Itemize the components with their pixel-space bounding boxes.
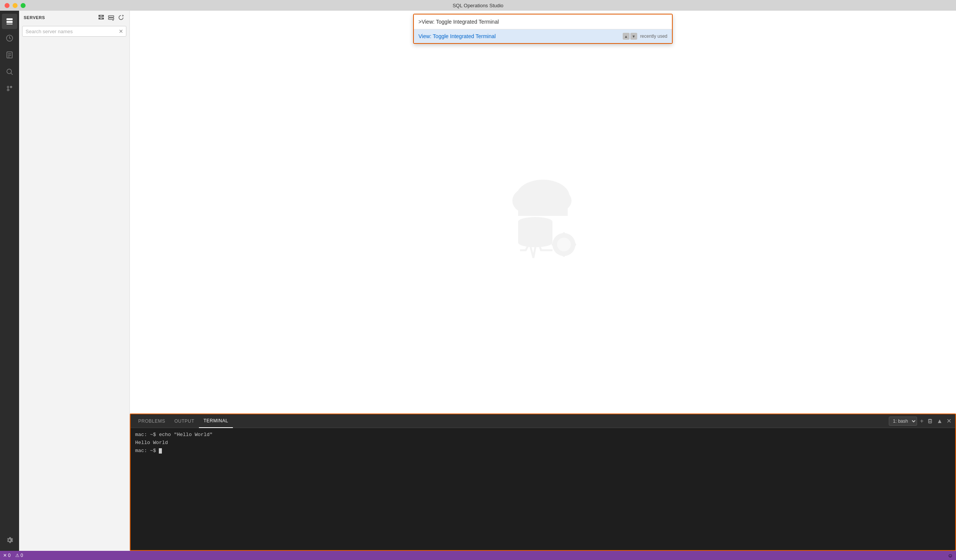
command-palette-input[interactable] <box>414 14 672 29</box>
sidebar-header: SERVERS <box>19 11 129 24</box>
terminal-line-2: Hello World <box>135 439 951 447</box>
close-panel-button[interactable]: ✕ <box>946 417 952 425</box>
warning-icon: ⚠ <box>15 553 19 558</box>
search-input[interactable] <box>22 26 126 37</box>
arrow-up-button[interactable]: ▲ <box>623 33 630 40</box>
titlebar-buttons <box>5 3 26 8</box>
activity-bar <box>0 11 19 551</box>
svg-rect-18 <box>108 16 114 17</box>
bottom-panel: PROBLEMS OUTPUT TERMINAL 1: bash + <box>130 414 956 551</box>
status-bar: ✕ 0 ⚠ 0 ☺ <box>0 551 956 560</box>
terminal-selector[interactable]: 1: bash <box>889 417 917 426</box>
svg-rect-39 <box>929 420 932 423</box>
terminal-cursor <box>159 448 162 454</box>
command-suggestion-text: View: Toggle Integrated Terminal <box>418 33 623 39</box>
svg-line-9 <box>11 73 13 75</box>
svg-rect-25 <box>518 201 568 216</box>
error-icon: ✕ <box>3 553 7 558</box>
app-body: SERVERS <box>0 11 956 551</box>
svg-point-10 <box>7 86 9 88</box>
search-clear-button[interactable]: ✕ <box>117 27 125 35</box>
svg-rect-1 <box>6 21 13 23</box>
error-count-value: 0 <box>8 553 11 558</box>
panel-tabs: PROBLEMS OUTPUT TERMINAL 1: bash + <box>131 414 955 428</box>
terminal-line-1: mac: ~$ echo "Hello World" <box>135 431 951 439</box>
search-box: ✕ <box>22 26 126 37</box>
panel-controls: 1: bash + ▲ ✕ <box>889 417 952 426</box>
titlebar: SQL Operations Studio <box>0 0 956 11</box>
command-suggestion-arrows: ▲ ▼ <box>623 33 637 40</box>
app-logo <box>493 163 593 262</box>
svg-point-8 <box>7 69 11 74</box>
svg-rect-31 <box>563 232 565 237</box>
tab-output[interactable]: OUTPUT <box>170 414 199 428</box>
sidebar-title: SERVERS <box>24 15 45 20</box>
sidebar-actions <box>97 14 125 21</box>
settings-icon[interactable] <box>2 533 17 548</box>
sidebar: SERVERS <box>19 11 130 551</box>
minimize-button[interactable] <box>13 3 18 8</box>
command-suggestion-item[interactable]: View: Toggle Integrated Terminal ▲ ▼ rec… <box>414 29 672 43</box>
status-items: ✕ 0 ⚠ 0 <box>3 553 23 558</box>
maximize-panel-button[interactable]: ▲ <box>936 417 943 425</box>
arrow-down-button[interactable]: ▼ <box>630 33 637 40</box>
tab-problems[interactable]: PROBLEMS <box>134 414 170 428</box>
sidebar-item-history[interactable] <box>2 31 17 46</box>
warning-count-value: 0 <box>21 553 23 558</box>
sidebar-item-git[interactable] <box>2 81 17 96</box>
tab-terminal[interactable]: TERMINAL <box>199 414 233 428</box>
svg-rect-33 <box>552 243 556 246</box>
svg-rect-19 <box>108 18 114 19</box>
maximize-button[interactable] <box>21 3 26 8</box>
delete-terminal-button[interactable] <box>927 418 933 425</box>
sidebar-item-servers[interactable] <box>2 14 17 29</box>
sidebar-item-search[interactable] <box>2 64 17 79</box>
command-palette-overlay: View: Toggle Integrated Terminal ▲ ▼ rec… <box>130 11 956 47</box>
app-title: SQL Operations Studio <box>452 3 503 8</box>
terminal-line-3: mac: ~$ <box>135 447 951 455</box>
add-server-group-button[interactable] <box>107 14 115 21</box>
center-logo <box>130 11 956 414</box>
command-palette: View: Toggle Integrated Terminal ▲ ▼ rec… <box>413 14 673 44</box>
svg-rect-0 <box>6 18 13 20</box>
main-content: View: Toggle Integrated Terminal ▲ ▼ rec… <box>130 11 956 551</box>
svg-rect-2 <box>6 24 13 24</box>
refresh-button[interactable] <box>117 14 125 21</box>
new-connection-button[interactable] <box>97 14 105 21</box>
terminal-content[interactable]: mac: ~$ echo "Hello World" Hello World m… <box>131 428 955 550</box>
sidebar-item-new-query[interactable] <box>2 47 17 63</box>
error-count[interactable]: ✕ 0 <box>3 553 11 558</box>
warning-count[interactable]: ⚠ 0 <box>15 553 23 558</box>
add-terminal-button[interactable]: + <box>919 417 924 425</box>
smiley-icon[interactable]: ☺ <box>948 552 953 558</box>
svg-rect-34 <box>572 243 576 246</box>
command-suggestion-label: recently used <box>640 34 667 39</box>
svg-rect-32 <box>563 252 565 257</box>
close-button[interactable] <box>5 3 10 8</box>
command-input-row <box>414 14 672 29</box>
